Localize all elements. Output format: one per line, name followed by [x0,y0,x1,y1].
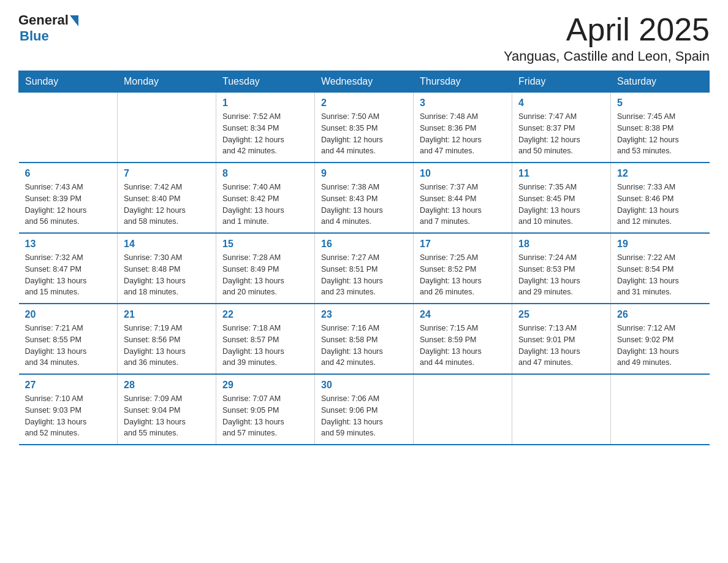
day-number: 29 [222,380,308,391]
day-info: Sunrise: 7:06 AM Sunset: 9:06 PM Dayligh… [321,393,407,439]
day-info: Sunrise: 7:27 AM Sunset: 8:51 PM Dayligh… [321,252,407,298]
day-number: 3 [420,98,506,109]
calendar-cell: 22Sunrise: 7:18 AM Sunset: 8:57 PM Dayli… [216,304,315,374]
calendar-table: SundayMondayTuesdayWednesdayThursdayFrid… [18,71,710,445]
day-info: Sunrise: 7:30 AM Sunset: 8:48 PM Dayligh… [124,252,210,298]
calendar-cell: 4Sunrise: 7:47 AM Sunset: 8:37 PM Daylig… [512,93,611,163]
calendar-cell: 6Sunrise: 7:43 AM Sunset: 8:39 PM Daylig… [19,163,118,233]
subtitle: Yanguas, Castille and Leon, Spain [504,48,710,64]
day-number: 8 [222,168,308,179]
day-number: 16 [321,239,407,250]
day-info: Sunrise: 7:32 AM Sunset: 8:47 PM Dayligh… [25,252,112,298]
header-sunday: Sunday [19,71,118,93]
day-number: 12 [617,168,703,179]
day-info: Sunrise: 7:33 AM Sunset: 8:46 PM Dayligh… [617,182,703,228]
day-number: 1 [222,98,308,109]
day-info: Sunrise: 7:19 AM Sunset: 8:56 PM Dayligh… [124,323,210,369]
day-info: Sunrise: 7:50 AM Sunset: 8:35 PM Dayligh… [321,111,407,157]
calendar-cell: 23Sunrise: 7:16 AM Sunset: 8:58 PM Dayli… [315,304,414,374]
day-info: Sunrise: 7:43 AM Sunset: 8:39 PM Dayligh… [25,182,112,228]
day-number: 20 [25,309,112,320]
calendar-cell: 8Sunrise: 7:40 AM Sunset: 8:42 PM Daylig… [216,163,315,233]
day-info: Sunrise: 7:15 AM Sunset: 8:59 PM Dayligh… [420,323,506,369]
day-info: Sunrise: 7:42 AM Sunset: 8:40 PM Dayligh… [124,182,210,228]
day-info: Sunrise: 7:47 AM Sunset: 8:37 PM Dayligh… [518,111,604,157]
day-info: Sunrise: 7:18 AM Sunset: 8:57 PM Dayligh… [222,323,308,369]
day-info: Sunrise: 7:28 AM Sunset: 8:49 PM Dayligh… [222,252,308,298]
day-info: Sunrise: 7:37 AM Sunset: 8:44 PM Dayligh… [420,182,506,228]
header-friday: Friday [512,71,611,93]
day-info: Sunrise: 7:10 AM Sunset: 9:03 PM Dayligh… [25,393,112,439]
calendar-cell: 10Sunrise: 7:37 AM Sunset: 8:44 PM Dayli… [414,163,512,233]
calendar-cell: 26Sunrise: 7:12 AM Sunset: 9:02 PM Dayli… [611,304,710,374]
day-info: Sunrise: 7:16 AM Sunset: 8:58 PM Dayligh… [321,323,407,369]
calendar-cell: 16Sunrise: 7:27 AM Sunset: 8:51 PM Dayli… [315,233,414,304]
calendar-cell: 25Sunrise: 7:13 AM Sunset: 9:01 PM Dayli… [512,304,611,374]
day-info: Sunrise: 7:21 AM Sunset: 8:55 PM Dayligh… [25,323,112,369]
calendar-cell: 9Sunrise: 7:38 AM Sunset: 8:43 PM Daylig… [315,163,414,233]
header-tuesday: Tuesday [216,71,315,93]
day-number: 24 [420,309,506,320]
day-number: 10 [420,168,506,179]
day-info: Sunrise: 7:24 AM Sunset: 8:53 PM Dayligh… [518,252,604,298]
calendar-cell: 21Sunrise: 7:19 AM Sunset: 8:56 PM Dayli… [118,304,216,374]
day-info: Sunrise: 7:38 AM Sunset: 8:43 PM Dayligh… [321,182,407,228]
calendar-cell: 7Sunrise: 7:42 AM Sunset: 8:40 PM Daylig… [118,163,216,233]
header-saturday: Saturday [611,71,710,93]
day-info: Sunrise: 7:13 AM Sunset: 9:01 PM Dayligh… [518,323,604,369]
calendar-cell: 15Sunrise: 7:28 AM Sunset: 8:49 PM Dayli… [216,233,315,304]
header-monday: Monday [118,71,216,93]
calendar-cell: 14Sunrise: 7:30 AM Sunset: 8:48 PM Dayli… [118,233,216,304]
day-number: 21 [124,309,210,320]
calendar-cell: 30Sunrise: 7:06 AM Sunset: 9:06 PM Dayli… [315,374,414,445]
calendar-cell: 18Sunrise: 7:24 AM Sunset: 8:53 PM Dayli… [512,233,611,304]
week-row-3: 13Sunrise: 7:32 AM Sunset: 8:47 PM Dayli… [19,233,710,304]
page-header: General Blue April 2025 Yanguas, Castill… [18,12,710,64]
day-number: 15 [222,239,308,250]
logo-triangle-icon [70,15,78,26]
calendar-cell [611,374,710,445]
calendar-cell: 29Sunrise: 7:07 AM Sunset: 9:05 PM Dayli… [216,374,315,445]
header-thursday: Thursday [414,71,512,93]
day-info: Sunrise: 7:35 AM Sunset: 8:45 PM Dayligh… [518,182,604,228]
main-title: April 2025 [504,12,710,47]
calendar-cell: 19Sunrise: 7:22 AM Sunset: 8:54 PM Dayli… [611,233,710,304]
logo-general: General [18,12,69,28]
calendar-header-row: SundayMondayTuesdayWednesdayThursdayFrid… [19,71,710,93]
day-info: Sunrise: 7:07 AM Sunset: 9:05 PM Dayligh… [222,393,308,439]
day-info: Sunrise: 7:40 AM Sunset: 8:42 PM Dayligh… [222,182,308,228]
day-number: 6 [25,168,112,179]
day-number: 4 [518,98,604,109]
logo: General Blue [18,12,78,44]
day-number: 17 [420,239,506,250]
day-number: 26 [617,309,703,320]
day-number: 19 [617,239,703,250]
day-number: 11 [518,168,604,179]
day-number: 2 [321,98,407,109]
day-number: 13 [25,239,112,250]
title-block: April 2025 Yanguas, Castille and Leon, S… [504,12,710,64]
calendar-cell: 27Sunrise: 7:10 AM Sunset: 9:03 PM Dayli… [19,374,118,445]
calendar-cell: 20Sunrise: 7:21 AM Sunset: 8:55 PM Dayli… [19,304,118,374]
header-wednesday: Wednesday [315,71,414,93]
calendar-cell [19,93,118,163]
day-number: 30 [321,380,407,391]
calendar-cell: 12Sunrise: 7:33 AM Sunset: 8:46 PM Dayli… [611,163,710,233]
day-number: 28 [124,380,210,391]
week-row-1: 1Sunrise: 7:52 AM Sunset: 8:34 PM Daylig… [19,93,710,163]
calendar-cell [118,93,216,163]
day-number: 27 [25,380,112,391]
week-row-5: 27Sunrise: 7:10 AM Sunset: 9:03 PM Dayli… [19,374,710,445]
day-number: 22 [222,309,308,320]
day-info: Sunrise: 7:52 AM Sunset: 8:34 PM Dayligh… [222,111,308,157]
calendar-cell: 13Sunrise: 7:32 AM Sunset: 8:47 PM Dayli… [19,233,118,304]
day-number: 7 [124,168,210,179]
calendar-cell: 24Sunrise: 7:15 AM Sunset: 8:59 PM Dayli… [414,304,512,374]
logo-blue: Blue [20,28,78,44]
day-number: 14 [124,239,210,250]
week-row-4: 20Sunrise: 7:21 AM Sunset: 8:55 PM Dayli… [19,304,710,374]
day-info: Sunrise: 7:45 AM Sunset: 8:38 PM Dayligh… [617,111,703,157]
day-number: 5 [617,98,703,109]
calendar-cell: 17Sunrise: 7:25 AM Sunset: 8:52 PM Dayli… [414,233,512,304]
day-info: Sunrise: 7:25 AM Sunset: 8:52 PM Dayligh… [420,252,506,298]
